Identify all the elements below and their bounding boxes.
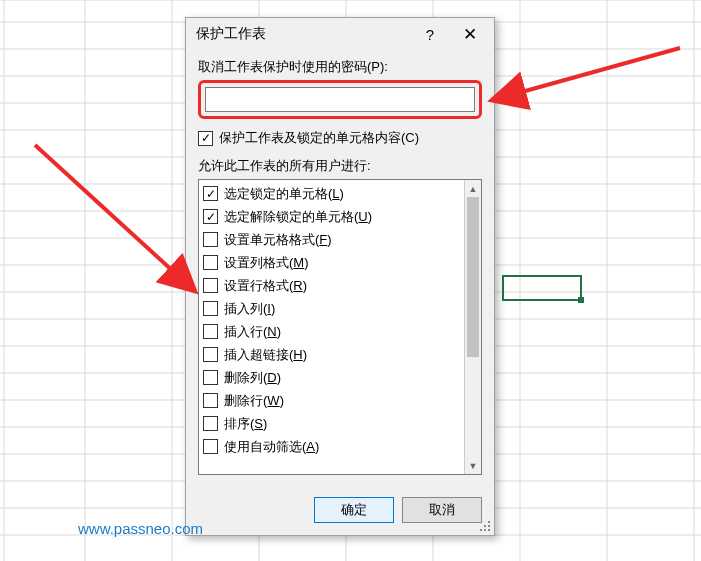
cancel-button[interactable]: 取消 [402, 497, 482, 523]
protect-structure-row[interactable]: 保护工作表及锁定的单元格内容(C) [198, 129, 482, 147]
permission-item[interactable]: 设置列格式(M) [203, 251, 477, 274]
scroll-thumb[interactable] [467, 197, 479, 357]
permission-item[interactable]: 插入行(N) [203, 320, 477, 343]
protect-sheet-dialog: 保护工作表 ? ✕ 取消工作表保护时使用的密码(P): 保护工作表及锁定的单元格… [185, 17, 495, 536]
active-cell[interactable] [502, 275, 582, 301]
permission-label: 插入行(N) [224, 323, 281, 341]
permission-checkbox[interactable] [203, 209, 218, 224]
permission-label: 设置单元格格式(F) [224, 231, 332, 249]
permission-label: 设置行格式(R) [224, 277, 307, 295]
permission-label: 选定锁定的单元格(L) [224, 185, 344, 203]
permission-item[interactable]: 使用自动筛选(A) [203, 435, 477, 458]
password-label: 取消工作表保护时使用的密码(P): [198, 58, 482, 76]
allow-label: 允许此工作表的所有用户进行: [198, 157, 482, 175]
svg-rect-32 [484, 525, 486, 527]
password-input[interactable] [205, 87, 475, 112]
permission-item[interactable]: 设置行格式(R) [203, 274, 477, 297]
svg-rect-34 [484, 529, 486, 531]
permission-label: 选定解除锁定的单元格(U) [224, 208, 372, 226]
scroll-down-button[interactable]: ▼ [465, 457, 481, 474]
permission-checkbox[interactable] [203, 186, 218, 201]
scroll-track[interactable] [465, 197, 481, 457]
permission-label: 设置列格式(M) [224, 254, 309, 272]
protect-structure-label: 保护工作表及锁定的单元格内容(C) [219, 129, 419, 147]
permission-item[interactable]: 选定锁定的单元格(L) [203, 182, 477, 205]
help-button[interactable]: ? [410, 20, 450, 48]
permission-item[interactable]: 插入超链接(H) [203, 343, 477, 366]
permission-checkbox[interactable] [203, 255, 218, 270]
scroll-up-button[interactable]: ▲ [465, 180, 481, 197]
permission-item[interactable]: 删除列(D) [203, 366, 477, 389]
permission-item[interactable]: 选定解除锁定的单元格(U) [203, 205, 477, 228]
dialog-titlebar: 保护工作表 ? ✕ [186, 18, 494, 50]
permission-label: 插入超链接(H) [224, 346, 307, 364]
permission-checkbox[interactable] [203, 439, 218, 454]
permission-label: 删除行(W) [224, 392, 284, 410]
permission-item[interactable]: 设置单元格格式(F) [203, 228, 477, 251]
permission-label: 插入列(I) [224, 300, 275, 318]
watermark: www.passneo.com [78, 520, 203, 537]
permission-checkbox[interactable] [203, 232, 218, 247]
permission-label: 使用自动筛选(A) [224, 438, 319, 456]
permission-item[interactable]: 排序(S) [203, 412, 477, 435]
permission-item[interactable]: 删除行(W) [203, 389, 477, 412]
permission-checkbox[interactable] [203, 370, 218, 385]
password-highlight [198, 80, 482, 119]
permissions-listbox: 选定锁定的单元格(L)选定解除锁定的单元格(U)设置单元格格式(F)设置列格式(… [198, 179, 482, 475]
scrollbar[interactable]: ▲ ▼ [464, 180, 481, 474]
dialog-button-row: 确定 取消 [186, 487, 494, 535]
permission-checkbox[interactable] [203, 278, 218, 293]
protect-structure-checkbox[interactable] [198, 131, 213, 146]
dialog-title: 保护工作表 [196, 25, 410, 43]
permission-checkbox[interactable] [203, 416, 218, 431]
permission-item[interactable]: 插入列(I) [203, 297, 477, 320]
svg-rect-31 [488, 525, 490, 527]
permission-checkbox[interactable] [203, 324, 218, 339]
svg-rect-35 [480, 529, 482, 531]
resize-grip[interactable] [480, 521, 492, 533]
permission-label: 排序(S) [224, 415, 267, 433]
permission-label: 删除列(D) [224, 369, 281, 387]
close-button[interactable]: ✕ [450, 20, 490, 48]
permission-checkbox[interactable] [203, 301, 218, 316]
permission-checkbox[interactable] [203, 393, 218, 408]
svg-rect-33 [488, 529, 490, 531]
ok-button[interactable]: 确定 [314, 497, 394, 523]
permission-checkbox[interactable] [203, 347, 218, 362]
svg-rect-30 [488, 521, 490, 523]
